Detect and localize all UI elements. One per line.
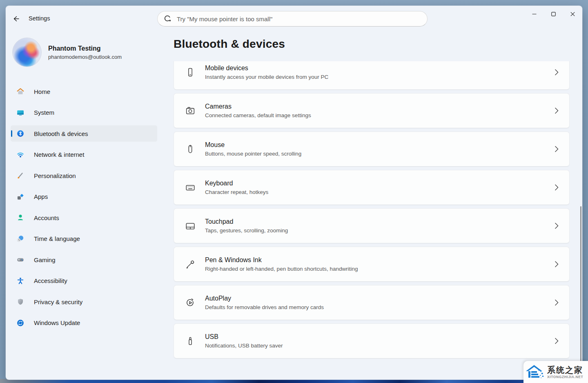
card-title: USB: [205, 332, 283, 341]
sidebar-item-label: Bluetooth & devices: [34, 130, 88, 137]
watermark-name: 系统之家: [547, 365, 583, 375]
accessibility-icon: [16, 277, 24, 285]
sidebar-item-gaming[interactable]: Gaming: [11, 252, 157, 268]
settings-card-list: Mobile devices Instantly access your mob…: [174, 61, 570, 380]
avatar: [12, 38, 42, 67]
card-subtitle: Buttons, mouse pointer speed, scrolling: [205, 150, 301, 158]
card-title: Pen & Windows Ink: [205, 256, 358, 264]
sidebar-item-apps[interactable]: Apps: [11, 189, 157, 205]
watermark: 系统之家 XITONGZHIJIA.NET: [523, 361, 588, 383]
settings-window: Settings: [6, 6, 582, 380]
card-autoplay[interactable]: AutoPlay Defaults for removable drives a…: [174, 285, 570, 320]
sidebar-nav: Home System: [11, 83, 157, 336]
sidebar-item-label: Network & internet: [34, 151, 84, 158]
card-title: Mouse: [205, 140, 301, 149]
sidebar-item-accounts[interactable]: Accounts: [11, 209, 157, 226]
xitongzhijia-logo-icon: [526, 364, 546, 380]
chevron-right-icon: [555, 107, 559, 114]
account-name: Phantom Testing: [48, 44, 122, 53]
sidebar-item-label: Windows Update: [34, 319, 80, 326]
sidebar-item-time-language[interactable]: Time & language: [11, 231, 157, 247]
mouse-icon: [185, 144, 196, 154]
chevron-right-icon: [555, 261, 559, 267]
sidebar-item-home[interactable]: Home: [11, 83, 157, 100]
sidebar-item-windows-update[interactable]: Windows Update: [11, 315, 157, 331]
windows-update-icon: [16, 319, 24, 327]
chevron-right-icon: [555, 146, 559, 152]
pen-icon: [185, 259, 196, 269]
maximize-button[interactable]: [544, 6, 563, 22]
card-subtitle: Instantly access your mobile devices fro…: [205, 73, 328, 81]
gaming-icon: [16, 256, 24, 264]
card-pen-windows-ink[interactable]: Pen & Windows Ink Right-handed or left-h…: [174, 247, 570, 282]
card-usb[interactable]: USB Notifications, USB battery saver: [174, 323, 570, 359]
chevron-right-icon: [555, 69, 559, 76]
card-mouse[interactable]: Mouse Buttons, mouse pointer speed, scro…: [174, 131, 570, 167]
search-input[interactable]: [177, 11, 427, 26]
close-button[interactable]: [563, 6, 582, 22]
sidebar-item-label: Home: [34, 88, 50, 95]
sidebar-item-label: Time & language: [34, 235, 80, 242]
account-block[interactable]: Phantom Testing phantomodemos@outlook.co…: [12, 38, 122, 67]
apps-icon: [16, 193, 24, 201]
sidebar-item-accessibility[interactable]: Accessibility: [11, 273, 157, 289]
personalization-icon: [16, 171, 24, 180]
card-subtitle: Connected cameras, default image setting…: [205, 111, 311, 119]
sidebar-item-privacy-security[interactable]: Privacy & security: [11, 294, 157, 310]
content-scrollbar[interactable]: [580, 206, 581, 376]
card-subtitle: Notifications, USB battery saver: [205, 342, 283, 350]
card-touchpad[interactable]: Touchpad Taps, gestures, scrolling, zoom…: [174, 208, 570, 243]
titlebar: Settings: [6, 6, 582, 32]
sidebar-item-label: Gaming: [34, 256, 56, 263]
sidebar-item-personalization[interactable]: Personalization: [11, 167, 157, 184]
chevron-right-icon: [555, 184, 559, 191]
app-title: Settings: [29, 15, 50, 22]
card-subtitle: Defaults for removable drives and memory…: [205, 303, 324, 311]
window-controls: [525, 6, 582, 22]
minimize-button[interactable]: [525, 6, 544, 22]
sidebar-item-label: Apps: [34, 193, 48, 200]
minimize-icon: [532, 12, 537, 16]
usb-icon: [185, 336, 196, 346]
card-title: Keyboard: [205, 179, 268, 187]
system-icon: [16, 109, 24, 117]
sidebar-item-label: Personalization: [34, 172, 76, 179]
card-title: Mobile devices: [205, 64, 328, 72]
search-icon: [164, 15, 172, 23]
sidebar-item-bluetooth-devices[interactable]: Bluetooth & devices: [11, 125, 157, 142]
sidebar-item-label: Accounts: [34, 214, 59, 221]
sidebar-item-label: Privacy & security: [34, 298, 82, 305]
sidebar-item-network-internet[interactable]: Network & internet: [11, 147, 157, 163]
watermark-domain: XITONGZHIJIA.NET: [547, 375, 583, 379]
card-title: Cameras: [205, 102, 311, 111]
card-title: AutoPlay: [205, 294, 324, 303]
keyboard-icon: [185, 182, 196, 193]
card-keyboard[interactable]: Keyboard Character repeat, hotkeys: [174, 170, 570, 205]
touchpad-icon: [185, 220, 196, 231]
sidebar: Phantom Testing phantomodemos@outlook.co…: [6, 32, 167, 380]
selected-indicator: [11, 130, 12, 137]
card-subtitle: Right-handed or left-handed, pen button …: [205, 265, 358, 273]
card-subtitle: Taps, gestures, scrolling, zooming: [205, 227, 288, 234]
page-title: Bluetooth & devices: [174, 38, 285, 51]
card-mobile-devices[interactable]: Mobile devices Instantly access your mob…: [174, 61, 570, 90]
network-icon: [16, 151, 24, 159]
chevron-right-icon: [555, 338, 559, 344]
mobile-devices-icon: [185, 67, 196, 78]
card-cameras[interactable]: Cameras Connected cameras, default image…: [174, 93, 570, 128]
sidebar-item-system[interactable]: System: [11, 105, 157, 121]
shield-icon: [16, 298, 24, 306]
sidebar-item-label: Accessibility: [34, 277, 67, 284]
autoplay-icon: [185, 297, 196, 308]
home-icon: [16, 87, 24, 96]
back-button[interactable]: [9, 12, 23, 25]
search-box[interactable]: [157, 11, 428, 27]
chevron-right-icon: [555, 223, 559, 229]
time-language-icon: [16, 235, 24, 243]
account-email: phantomodemos@outlook.com: [48, 53, 122, 61]
sidebar-item-label: System: [34, 109, 54, 116]
maximize-icon: [551, 12, 556, 16]
card-title: Touchpad: [205, 217, 288, 226]
camera-icon: [185, 105, 196, 116]
chevron-right-icon: [555, 299, 559, 306]
